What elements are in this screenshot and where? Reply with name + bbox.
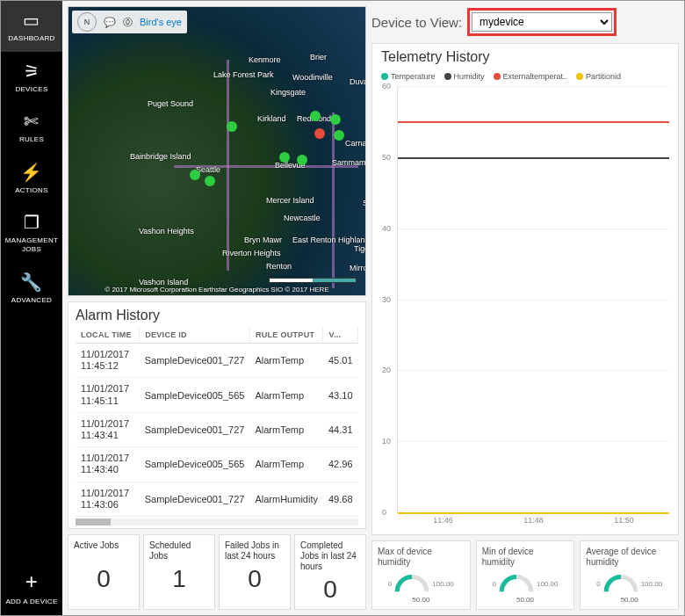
- table-header[interactable]: DEVICE ID: [140, 327, 250, 344]
- sidebar-item-label: DASHBOARD: [8, 34, 54, 43]
- table-header[interactable]: V...: [323, 327, 358, 344]
- gridline: [398, 441, 669, 442]
- table-cell: AlarmTemp: [249, 412, 323, 446]
- gauge-icon: [498, 573, 535, 594]
- jobs-icon: ❐: [24, 212, 40, 233]
- legend-dot-icon: [494, 73, 501, 80]
- gauge-mid: 50.00: [412, 596, 429, 604]
- table-header[interactable]: LOCAL TIME: [76, 327, 140, 344]
- device-marker[interactable]: [334, 130, 344, 141]
- table-cell: SampleDevice001_727: [140, 344, 250, 378]
- app-root: ▭ DASHBOARD ⚞ DEVICES ✄ RULES ⚡ ACTIONS …: [0, 0, 685, 616]
- legend-item[interactable]: Temperature: [381, 72, 436, 81]
- device-marker[interactable]: [310, 111, 321, 121]
- sidebar-item-add-device[interactable]: + ADD A DEVICE: [1, 561, 62, 615]
- job-tile[interactable]: Active Jobs0: [68, 534, 140, 610]
- legend-dot-icon: [381, 73, 388, 80]
- sidebar-item-label: RULES: [19, 135, 44, 144]
- device-marker[interactable]: [190, 170, 200, 180]
- x-tick-label: 11:46: [433, 516, 453, 525]
- map-city-label: Mirrormont: [350, 264, 366, 272]
- x-tick-label: 11:48: [523, 516, 544, 525]
- table-row[interactable]: 11/01/2017 11:45:12SampleDevice001_727Al…: [76, 344, 358, 378]
- sidebar-item-actions[interactable]: ⚡ ACTIONS: [1, 153, 62, 204]
- map-city-label: Renton: [266, 262, 292, 271]
- map-city-label: Puget Sound: [148, 99, 193, 108]
- map-attribution: © 2017 Microsoft Corporation Earthstar G…: [105, 286, 328, 294]
- gauge-tile: Min of device humidity0100.0050.00: [476, 540, 575, 610]
- device-marker[interactable]: [330, 114, 341, 125]
- legend-item[interactable]: Externaltemperat..: [494, 72, 568, 81]
- table-header[interactable]: RULE OUTPUT: [249, 327, 323, 344]
- table-row[interactable]: 11/01/2017 11:43:40SampleDevice005_565Al…: [76, 447, 358, 482]
- map-city-label: Mercer Island: [266, 196, 314, 205]
- sidebar-item-management-jobs[interactable]: ❐ MANAGEMENT JOBS: [1, 203, 62, 262]
- table-cell: AlarmTemp: [249, 344, 323, 378]
- job-tile[interactable]: Completed Jobs in last 24 hours0: [294, 534, 366, 610]
- table-row[interactable]: 11/01/2017 11:43:06SampleDevice001_727Al…: [76, 482, 358, 516]
- table-cell: AlarmHumidity: [249, 482, 323, 516]
- table-cell: 11/01/2017 11:45:12: [76, 344, 140, 378]
- job-tiles-row: Active Jobs0Scheduled Jobs1Failed Jobs i…: [68, 534, 366, 610]
- main-content: N 💬 ⓪ Bird's eye KenmoreBrierLake Forest…: [62, 1, 684, 615]
- device-marker[interactable]: [279, 152, 290, 163]
- sidebar-item-advanced[interactable]: 🔧 ADVANCED: [1, 263, 62, 314]
- sidebar-item-label: MANAGEMENT JOBS: [3, 236, 61, 253]
- telemetry-chart: 010203040506011:4611:4811:50: [397, 86, 669, 513]
- gauge-mid: 50.00: [516, 596, 534, 604]
- map-city-label: Newcastle: [284, 214, 321, 222]
- legend-item[interactable]: Partitionid: [576, 72, 621, 81]
- sidebar-item-label: ADD A DEVICE: [5, 598, 57, 606]
- gauge-max: 100.00: [432, 580, 453, 588]
- gauge-tiles-row: Max of device humidity0100.0050.00Min of…: [371, 540, 679, 610]
- series-line: [398, 512, 669, 514]
- device-select[interactable]: mydevice: [472, 12, 612, 32]
- table-row[interactable]: 11/01/2017 11:45:11SampleDevice005_565Al…: [76, 378, 358, 412]
- table-cell: 45.01: [323, 344, 358, 378]
- series-line: [398, 157, 669, 159]
- legend-label: Partitionid: [586, 72, 621, 81]
- map-cities: KenmoreBrierLake Forest ParkWoodinvilleK…: [68, 7, 365, 295]
- map-panel[interactable]: N 💬 ⓪ Bird's eye KenmoreBrierLake Forest…: [68, 6, 366, 296]
- map-city-label: Carnation: [345, 139, 366, 148]
- plus-icon: +: [25, 569, 38, 595]
- job-label: Active Jobs: [74, 540, 133, 562]
- gauge-max: 100.00: [641, 580, 662, 588]
- scrollbar-thumb[interactable]: [76, 518, 111, 525]
- rules-icon: ✄: [24, 111, 39, 132]
- sidebar-item-dashboard[interactable]: ▭ DASHBOARD: [1, 1, 62, 52]
- sidebar-item-label: ADVANCED: [11, 296, 52, 305]
- device-marker[interactable]: [314, 128, 325, 139]
- gauge-title: Min of device humidity: [482, 547, 569, 568]
- job-tile[interactable]: Failed Jobs in last 24 hours0: [219, 534, 291, 610]
- device-select-highlight: mydevice: [467, 8, 616, 36]
- left-column: N 💬 ⓪ Bird's eye KenmoreBrierLake Forest…: [68, 6, 366, 610]
- table-row[interactable]: 11/01/2017 11:43:41SampleDevice001_727Al…: [76, 412, 358, 446]
- device-marker[interactable]: [297, 155, 307, 165]
- table-cell: 11/01/2017 11:45:11: [76, 378, 140, 412]
- gridline: [398, 228, 669, 229]
- gauge-min: 0: [596, 580, 600, 588]
- map-city-label: Snoqualmie: [363, 199, 366, 207]
- table-cell: SampleDevice005_565: [140, 447, 250, 482]
- y-tick-label: 60: [382, 82, 391, 91]
- table-cell: AlarmTemp: [249, 378, 323, 412]
- gauge-min: 0: [388, 580, 392, 588]
- device-picker-row: Device to View: mydevice: [371, 6, 679, 38]
- horizontal-scrollbar[interactable]: [76, 518, 358, 525]
- legend-item[interactable]: Humidity: [444, 72, 485, 81]
- job-tile[interactable]: Scheduled Jobs1: [143, 534, 215, 610]
- sidebar-item-rules[interactable]: ✄ RULES: [1, 102, 62, 153]
- legend-dot-icon: [444, 73, 451, 80]
- sidebar-item-devices[interactable]: ⚞ DEVICES: [1, 52, 62, 103]
- table-cell: 43.10: [323, 378, 358, 412]
- gauge-title: Average of device humidity: [586, 547, 673, 568]
- device-marker[interactable]: [205, 176, 215, 186]
- map-city-label: Brier: [310, 53, 327, 62]
- advanced-icon: 🔧: [20, 272, 42, 293]
- y-tick-label: 50: [382, 153, 391, 162]
- device-marker[interactable]: [227, 121, 237, 132]
- legend-label: Temperature: [391, 72, 436, 81]
- table-cell: AlarmTemp: [249, 447, 323, 482]
- sidebar-spacer: [1, 313, 62, 560]
